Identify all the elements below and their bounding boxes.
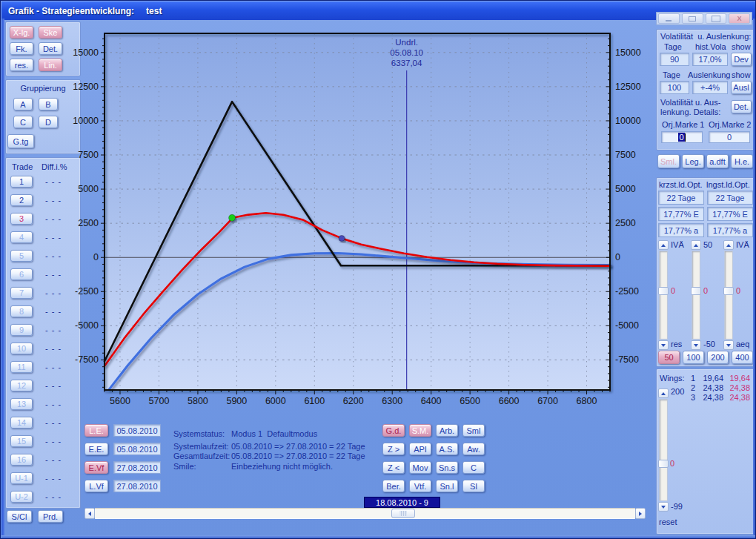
trade-button-2[interactable]: 2 <box>10 194 33 206</box>
action-button-vtf[interactable]: Vtf. <box>409 480 431 492</box>
trade-button-u-1[interactable]: U-1 <box>10 472 33 484</box>
action-button-z[interactable]: Z < <box>382 461 405 474</box>
trade-button-14[interactable]: 14 <box>10 417 33 429</box>
slider-track[interactable] <box>659 251 668 340</box>
action-button-c[interactable]: C <box>462 461 485 474</box>
date-field-evf[interactable]: 27.08.2010 <box>113 461 161 474</box>
view-button-ske[interactable]: Ske <box>39 26 62 39</box>
date-field-le[interactable]: 05.08.2010 <box>113 424 161 437</box>
range-button-200[interactable]: 200 <box>707 351 729 364</box>
action-button-gd[interactable]: G.d. <box>382 424 405 437</box>
wings-reset-label[interactable]: reset <box>659 517 677 526</box>
quick-button-sml[interactable]: Sml. <box>657 154 680 168</box>
action-button-api[interactable]: API <box>409 443 431 455</box>
slider-up-button[interactable] <box>723 240 734 250</box>
restore-button[interactable] <box>682 13 703 24</box>
dev-button[interactable]: Dev <box>731 53 752 66</box>
slider-track[interactable] <box>724 251 733 340</box>
trade-button-u-2[interactable]: U-2 <box>10 491 33 503</box>
close-button[interactable]: X <box>729 13 750 24</box>
scroll-right-button[interactable] <box>635 508 646 519</box>
wings-slider-down-button[interactable] <box>658 502 669 512</box>
details-button[interactable]: Det. <box>731 100 752 113</box>
slider-thumb[interactable] <box>723 287 734 295</box>
strategy-chart[interactable]: 5600570058005900600061006200630064006500… <box>71 29 657 411</box>
timeline-scrollbar[interactable] <box>84 508 646 519</box>
view-button-det[interactable]: Det. <box>39 42 62 55</box>
marke2-input[interactable]: 0 <box>709 131 750 143</box>
minimize-button[interactable] <box>658 13 680 24</box>
scroll-left-button[interactable] <box>84 508 95 519</box>
view-button-res[interactable]: res. <box>10 59 33 71</box>
histvola-field[interactable]: 17,0% <box>692 53 728 66</box>
action-button-ber[interactable]: Ber. <box>382 480 405 492</box>
trade-button-9[interactable]: 9 <box>10 324 33 336</box>
long-option-value[interactable]: 22 Tage <box>707 191 753 205</box>
action-button-z[interactable]: Z > <box>382 443 405 455</box>
bottom-button-scl[interactable]: S/Cl <box>7 510 32 523</box>
wings-slider-up-button[interactable] <box>658 388 669 398</box>
trade-button-5[interactable]: 5 <box>10 250 33 262</box>
trade-button-16[interactable]: 16 <box>10 454 33 466</box>
view-button-xlg[interactable]: X-lg. <box>10 26 33 39</box>
quick-button-he[interactable]: H.e. <box>731 154 753 168</box>
wings-slider-track[interactable] <box>659 399 668 501</box>
trade-button-6[interactable]: 6 <box>10 268 33 280</box>
bottom-button-prd[interactable]: Prd. <box>38 510 63 523</box>
action-button-mov[interactable]: Mov <box>409 461 431 474</box>
slider-track[interactable] <box>692 251 700 340</box>
trade-button-8[interactable]: 8 <box>10 305 33 317</box>
view-button-fk[interactable]: Fk. <box>10 42 33 55</box>
slider-up-button[interactable] <box>658 240 669 250</box>
range-button-50[interactable]: 50 <box>658 351 680 364</box>
vola-tage-field[interactable]: 90 <box>660 53 689 66</box>
trade-button-3[interactable]: 3 <box>10 213 33 225</box>
slider-down-button[interactable] <box>658 340 669 350</box>
trade-button-15[interactable]: 15 <box>10 435 33 447</box>
slider-thumb[interactable] <box>658 287 669 295</box>
group-button-b[interactable]: B <box>39 98 58 110</box>
date-button-le[interactable]: L.E. <box>84 424 108 437</box>
marke1-input[interactable]: 0 <box>661 131 703 143</box>
trade-button-7[interactable]: 7 <box>10 287 33 299</box>
action-button-snl[interactable]: Sn.l <box>436 480 458 492</box>
action-button-aw[interactable]: Aw. <box>462 443 485 455</box>
group-button-d[interactable]: D <box>39 116 58 128</box>
trade-button-13[interactable]: 13 <box>10 398 33 410</box>
auslenkung-field[interactable]: +-4% <box>692 81 728 94</box>
trade-button-10[interactable]: 10 <box>10 343 33 354</box>
quick-button-adft[interactable]: a.dft <box>706 154 729 168</box>
long-option-value[interactable]: 17,77% E <box>707 207 753 221</box>
action-button-sml[interactable]: Sml <box>462 424 485 437</box>
quick-button-leg[interactable]: Leg. <box>682 154 704 168</box>
scrollbar-thumb[interactable] <box>391 509 415 518</box>
slider-thumb[interactable] <box>691 287 701 295</box>
action-button-sm[interactable]: S.M. <box>409 424 431 437</box>
date-field-lvf[interactable]: 27.08.2010 <box>113 480 161 492</box>
short-option-value[interactable]: 22 Tage <box>658 191 704 205</box>
short-option-value[interactable]: 17,77% E <box>658 207 704 221</box>
trade-button-12[interactable]: 12 <box>10 380 33 391</box>
date-button-lvf[interactable]: L.Vf <box>84 480 108 492</box>
slider-down-button[interactable] <box>691 340 701 350</box>
group-button-c[interactable]: C <box>13 116 33 128</box>
date-field-ee[interactable]: 05.08.2010 <box>113 443 161 455</box>
trade-button-1[interactable]: 1 <box>10 176 33 188</box>
slider-down-button[interactable] <box>723 340 734 350</box>
date-button-ee[interactable]: E.E. <box>84 443 108 455</box>
long-option-value[interactable]: 17,77% a <box>707 223 753 237</box>
auslenkung-tage-field[interactable]: 100 <box>660 81 689 94</box>
wings-slider-thumb[interactable] <box>658 460 669 468</box>
action-button-sns[interactable]: Sn.s <box>436 461 458 474</box>
short-option-value[interactable]: 17,77% a <box>658 223 704 237</box>
action-button-as[interactable]: A.S. <box>436 443 458 455</box>
range-button-100[interactable]: 100 <box>683 351 704 364</box>
group-button-a[interactable]: A <box>13 98 33 110</box>
scrollbar-track[interactable] <box>95 508 635 519</box>
maximize-button[interactable] <box>706 13 727 24</box>
action-button-sl[interactable]: Sl <box>462 480 485 492</box>
trade-button-4[interactable]: 4 <box>10 231 33 243</box>
trade-button-11[interactable]: 11 <box>10 361 33 373</box>
group-button-gtg[interactable]: G.tg <box>7 134 34 148</box>
ausl-button[interactable]: Ausl <box>731 81 752 94</box>
